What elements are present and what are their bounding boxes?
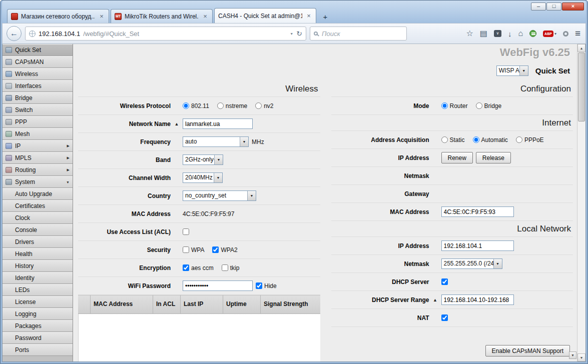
bookmark-star-icon[interactable]: ☆ <box>466 30 473 38</box>
sidebar-item-health[interactable]: Health <box>3 248 73 260</box>
sidebar-item-auto-upgrade[interactable]: Auto Upgrade <box>3 188 73 200</box>
sidebar-item-bridge[interactable]: Bridge <box>3 92 73 104</box>
radio-nstreme[interactable]: nstreme <box>217 102 247 110</box>
static-radio[interactable]: Static <box>441 136 465 144</box>
sidebar-item-packages[interactable]: Packages <box>3 320 73 332</box>
addon-ring-icon[interactable] <box>563 31 568 36</box>
acl-checkbox[interactable] <box>183 228 189 235</box>
dhcp-range-input[interactable] <box>441 294 514 305</box>
sidebar-item-routing[interactable]: Routing ▶ <box>3 164 73 176</box>
channel-width-select[interactable]: 20/40MHz Ce ▼ <box>183 172 223 183</box>
sidebar-item-ppp[interactable]: PPP <box>3 116 73 128</box>
radio-80211[interactable]: 802.11 <box>183 102 209 110</box>
tab-close-icon[interactable]: × <box>202 13 209 20</box>
network-name-input[interactable] <box>183 118 253 129</box>
field-label: DHCP Server <box>331 278 429 286</box>
pocket-icon[interactable]: ∨ <box>494 30 501 37</box>
downloads-icon[interactable]: ↓ <box>508 30 512 38</box>
table-header-cell[interactable]: Uptime <box>223 295 261 314</box>
table-header-cell[interactable]: In ACL <box>153 295 181 314</box>
inner-scroll-down-button[interactable]: ▼ <box>569 352 576 359</box>
sidebar-item-system[interactable]: System ▼ <box>3 176 73 188</box>
table-header-cell[interactable]: MAC Address <box>91 295 153 314</box>
renew-button[interactable]: Renew <box>441 152 473 164</box>
sidebar-item-ip[interactable]: IP ▶ <box>3 140 73 152</box>
sidebar-item-ports[interactable]: Ports <box>3 344 73 356</box>
wpa2-checkbox[interactable]: WPA2 <box>212 246 237 254</box>
country-select[interactable]: no_country_set ▼ <box>183 190 256 201</box>
scroll-down-button[interactable]: ▼ <box>577 354 585 362</box>
navigation-bar: ← 192.168.104.1 /webfig/#Quick_Set ▼ ↻ ☆… <box>2 23 586 44</box>
reload-icon[interactable]: ↻ <box>296 30 302 38</box>
sidebar-item-logging[interactable]: Logging <box>3 308 73 320</box>
sidebar-item-license[interactable]: License <box>3 296 73 308</box>
search-bar[interactable] <box>310 26 407 40</box>
sidebar-item-history[interactable]: History <box>3 260 73 272</box>
sidebar-item-label: History <box>15 262 34 270</box>
radio-nv2[interactable]: nv2 <box>255 102 273 110</box>
hide-password-checkbox[interactable]: Hide <box>256 282 277 290</box>
scroll-up-button[interactable]: ▲ <box>577 44 585 52</box>
sort-up-icon[interactable]: ▲ <box>429 298 441 302</box>
sidebar-item-label: Ports <box>15 346 29 354</box>
scrollbar-thumb[interactable] <box>578 52 585 122</box>
sidebar-item-leds[interactable]: LEDs <box>3 284 73 296</box>
url-dropdown-icon[interactable]: ▼ <box>290 32 293 36</box>
wifi-password-input[interactable] <box>183 280 253 291</box>
new-tab-button[interactable]: + <box>319 12 332 23</box>
profile-select[interactable]: WISP AP ▼ <box>496 66 528 76</box>
router-radio[interactable]: Router <box>441 102 468 110</box>
table-header-cell[interactable]: Signal Strength <box>261 295 320 314</box>
sidebar-item-clock[interactable]: Clock <box>3 212 73 224</box>
tab-close-icon[interactable]: × <box>98 13 105 20</box>
sidebar-item-certificates[interactable]: Certificates <box>3 200 73 212</box>
release-button[interactable]: Release <box>476 152 511 164</box>
bookmarks-menu-icon[interactable]: ▤ <box>480 30 487 38</box>
frequency-select[interactable]: auto ▼ <box>183 136 249 147</box>
sidebar-item-mesh[interactable]: Mesh <box>3 128 73 140</box>
close-button[interactable]: × <box>562 2 584 10</box>
back-button[interactable]: ← <box>7 26 22 41</box>
enable-capsman-button[interactable]: Enable CAPsMAN Support <box>485 345 570 356</box>
minimize-button[interactable]: – <box>531 2 546 10</box>
maximize-button[interactable]: □ <box>546 2 561 10</box>
sidebar-item-identity[interactable]: Identity <box>3 272 73 284</box>
internet-mac-input[interactable] <box>441 206 514 217</box>
sort-up-icon[interactable]: ▲ <box>171 122 183 126</box>
chat-addon-icon[interactable] <box>529 30 536 37</box>
field-label: Channel Width <box>78 174 171 182</box>
pppoe-radio[interactable]: PPPoE <box>516 136 544 144</box>
tab-lanmarket[interactable]: Магазин сетевого оборуд... × <box>7 9 109 23</box>
sidebar-item-quick-set[interactable]: Quick Set <box>3 44 73 56</box>
sidebar-item-drivers[interactable]: Drivers <box>3 236 73 248</box>
bridge-radio[interactable]: Bridge <box>476 102 502 110</box>
lanmarket-favicon-icon <box>11 13 18 20</box>
vertical-scrollbar[interactable]: ▲ ▼ <box>577 44 585 362</box>
nat-checkbox[interactable] <box>441 314 448 321</box>
adblock-plus-button[interactable]: ABP ▾ <box>543 30 556 37</box>
sidebar-item-mpls[interactable]: MPLS ▶ <box>3 152 73 164</box>
local-ip-input[interactable] <box>441 240 514 251</box>
tkip-checkbox[interactable]: tkip <box>222 264 240 272</box>
tab-mikrotik[interactable]: MT MikroTik Routers and Wirel... × <box>111 9 213 23</box>
table-header-cell[interactable]: Last IP <box>181 295 223 314</box>
tab-quick-set-active[interactable]: CASH4 - Quick Set at admin@1... × <box>214 8 316 23</box>
sidebar-item-interfaces[interactable]: Interfaces <box>3 80 73 92</box>
aes-checkbox[interactable]: aes ccm <box>183 264 214 272</box>
sidebar-item-capsman[interactable]: CAPsMAN <box>3 56 73 68</box>
sidebar-item-password[interactable]: Password <box>3 332 73 344</box>
url-bar[interactable]: 192.168.104.1 /webfig/#Quick_Set ▼ ↻ <box>25 26 306 40</box>
automatic-radio[interactable]: Automatic <box>473 136 508 144</box>
sidebar-item-switch[interactable]: Switch <box>3 104 73 116</box>
sidebar-item-console[interactable]: Console <box>3 224 73 236</box>
local-netmask-select[interactable]: 255.255.255.0 (/24) ▼ <box>441 258 502 269</box>
home-icon[interactable]: ⌂ <box>518 30 523 38</box>
band-select[interactable]: 2GHz-only-N ▼ <box>183 154 223 165</box>
dhcp-server-checkbox[interactable] <box>441 278 448 285</box>
wpa-checkbox[interactable]: WPA <box>183 246 204 254</box>
sidebar-item-wireless[interactable]: Wireless <box>3 68 73 80</box>
tab-close-icon[interactable]: × <box>305 12 312 19</box>
scrollbar-track[interactable] <box>577 122 585 354</box>
menu-icon[interactable]: ≡ <box>575 29 580 38</box>
search-input[interactable] <box>321 30 403 38</box>
